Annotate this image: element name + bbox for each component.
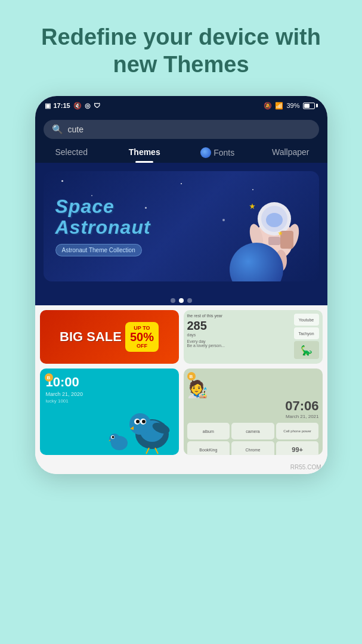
widget-days: 285 <box>187 319 292 333</box>
dino-app-grid: album camera Cell phone power BookKing C… <box>187 423 319 455</box>
widget-label1: Every day <box>187 339 292 343</box>
phone-mockup: ▣ 17:15 🔇 ◎ 🛡 🔕 📶 39% 🔍 cute Selected <box>35 96 327 474</box>
sim-icon: ▣ <box>45 102 51 110</box>
bird-date: March 21, 2020 <box>46 391 83 397</box>
status-time: 17:15 <box>54 102 70 109</box>
svg-point-22 <box>109 434 120 444</box>
tab-selected[interactable]: Selected <box>35 147 109 163</box>
dino-time: 07:06 <box>187 398 319 414</box>
shield-icon: 🛡 <box>94 102 100 109</box>
search-bar-container: 🔍 cute <box>35 115 327 144</box>
dino-cell-chrome: Chrome <box>231 441 274 455</box>
widget-dino-icon: 🦕 <box>294 341 319 359</box>
sale-inner: BIG SALE UP TO 50% OFF <box>54 322 165 352</box>
card-bird[interactable]: 10:00 March 21, 2020 lucky 1001 <box>40 369 179 455</box>
dino-date: March 21, 2021 <box>187 414 319 419</box>
widget-rest-text: the rest of this year <box>187 314 292 318</box>
card-big-sale[interactable]: BIG SALE UP TO 50% OFF <box>40 310 179 364</box>
wifi-icon: 📶 <box>275 102 283 110</box>
search-value: cute <box>68 125 83 134</box>
svg-line-26 <box>146 448 149 454</box>
banner-card[interactable]: Space Astronaut Astronaut Theme Collecti… <box>44 171 319 281</box>
status-left: ▣ 17:15 🔇 ◎ 🛡 <box>45 102 100 110</box>
dino-cell-count: 99+ <box>276 441 319 455</box>
dino-cell-album: album <box>187 423 230 439</box>
widget-youtube: Youtube <box>294 314 319 326</box>
widget-label2: Be a lovely person... <box>187 343 292 348</box>
search-field[interactable]: 🔍 cute <box>44 120 319 139</box>
banner-tag[interactable]: Astronaut Theme Collection <box>55 244 142 256</box>
widget-days-label: days <box>187 333 292 337</box>
svg-point-18 <box>142 420 146 423</box>
dino-cell-booking: BookKing <box>187 441 230 455</box>
big-sale-text: BIG SALE <box>60 330 122 344</box>
fonts-dot-icon <box>200 147 211 158</box>
dot-3 <box>187 298 192 303</box>
svg-line-27 <box>155 448 158 454</box>
tab-themes[interactable]: Themes <box>108 147 181 163</box>
watermark-text: RR55.COM <box>290 464 321 470</box>
widget-tachyon: Tachyon <box>294 327 319 339</box>
bell-icon: 🔕 <box>264 102 272 110</box>
banner-area: Space Astronaut Astronaut Theme Collecti… <box>35 163 327 292</box>
banner-title-line2: Astronaut <box>55 217 307 238</box>
sale-off: OFF <box>130 343 154 349</box>
watermark-bar: RR55.COM <box>35 460 327 474</box>
dot-1 <box>171 298 175 303</box>
dot-2 <box>179 298 184 303</box>
tab-wallpaper[interactable]: Wallpaper <box>254 147 327 163</box>
pagination-dots <box>35 292 327 305</box>
bird-sub: lucky 1001 <box>46 398 69 404</box>
bird-illustration <box>107 395 179 455</box>
sale-percent: 50% <box>130 331 154 343</box>
bird-coin-icon: B <box>45 373 53 382</box>
battery-icon <box>303 103 318 109</box>
svg-point-14 <box>129 413 151 435</box>
nfc-icon: ◎ <box>85 102 91 110</box>
dino-cell-camera: camera <box>231 423 274 439</box>
battery-percent: 39% <box>286 102 299 109</box>
content-grid: BIG SALE UP TO 50% OFF the rest of this … <box>35 305 327 460</box>
status-bar: ▣ 17:15 🔇 ◎ 🛡 🔕 📶 39% <box>35 96 327 115</box>
tabs-bar: Selected Themes Fonts Wallpaper <box>35 144 327 163</box>
svg-point-16 <box>136 420 140 423</box>
banner-title-line1: Space <box>55 196 307 217</box>
volume-icon: 🔇 <box>73 102 82 110</box>
tab-fonts[interactable]: Fonts <box>181 147 255 163</box>
card-dino[interactable]: B 🧑‍🎨 07:06 March 21, 2021 album camera … <box>184 369 323 455</box>
dino-cell-power: Cell phone power <box>276 423 319 439</box>
search-icon: 🔍 <box>52 124 63 135</box>
banner-text: Space Astronaut Astronaut Theme Collecti… <box>55 196 307 256</box>
status-right: 🔕 📶 39% <box>264 102 317 110</box>
card-widget[interactable]: the rest of this year 285 days Every day… <box>184 310 323 364</box>
dino-character: 🧑‍🎨 <box>187 379 208 399</box>
sale-badge: UP TO 50% OFF <box>125 322 159 352</box>
svg-point-24 <box>112 436 114 438</box>
hero-title: Redefine your device with new Themes <box>0 24 362 78</box>
